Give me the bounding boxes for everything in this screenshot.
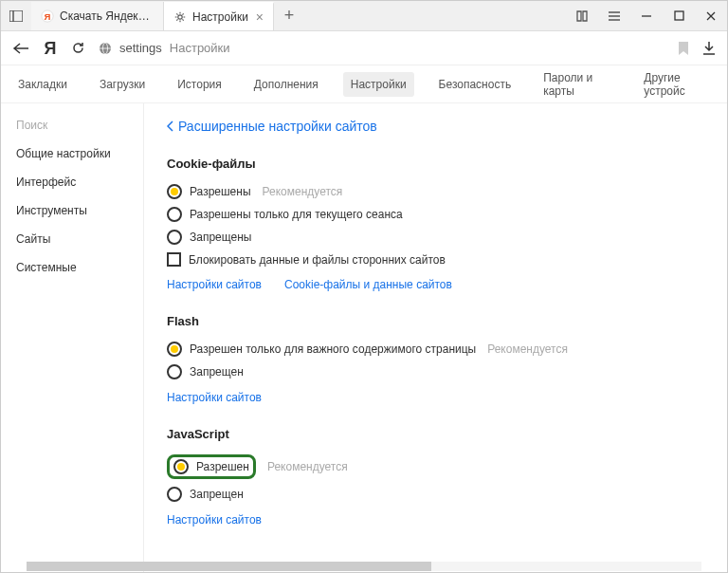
radio-label: Запрещен	[190, 365, 244, 379]
highlight-box: Разрешен	[167, 454, 256, 479]
svg-rect-9	[675, 11, 683, 20]
flash-blocked-row[interactable]: Запрещен	[167, 360, 704, 383]
svg-point-4	[178, 14, 182, 18]
section-title: Cookie-файлы	[167, 157, 704, 171]
maximize-button[interactable]	[663, 1, 695, 31]
chevron-left-icon	[167, 120, 174, 132]
sidebar-tools[interactable]: Инструменты	[1, 196, 143, 225]
radio-icon	[167, 342, 182, 357]
panel-toggle-icon[interactable]	[1, 1, 31, 31]
tab-yandex-download[interactable]: Я Скачать Яндекс.Браузер д	[31, 2, 164, 30]
cookies-session-row[interactable]: Разрешены только для текущего сеанса	[167, 203, 704, 226]
checkbox-label: Блокировать данные и файлы сторонних сай…	[189, 253, 446, 267]
svg-rect-0	[9, 10, 23, 22]
section-cookies: Cookie-файлы Разрешены Рекомендуется Раз…	[167, 157, 704, 291]
radio-label: Запрещены	[190, 231, 251, 244]
flash-allowed-row[interactable]: Разрешен только для важного содержимого …	[167, 338, 704, 360]
sidebar-interface[interactable]: Интерфейс	[1, 168, 143, 196]
svg-text:Я: Я	[45, 39, 57, 58]
horizontal-scrollbar[interactable]	[27, 562, 701, 571]
radio-label: Запрещен	[190, 488, 244, 501]
globe-icon	[99, 42, 112, 55]
titlebar: Я Скачать Яндекс.Браузер д Настройки × +	[1, 1, 727, 31]
new-tab-button[interactable]: +	[274, 6, 304, 26]
svg-text:Я: Я	[45, 10, 51, 21]
hint-text: Рекомендуется	[267, 460, 348, 473]
address-field[interactable]: settings Настройки	[99, 41, 664, 55]
downloads-icon[interactable]	[702, 41, 716, 56]
top-nav: Закладки Загрузки История Дополнения Нас…	[1, 65, 727, 103]
main-panel: Расширенные настройки сайтов Cookie-файл…	[143, 103, 727, 572]
back-link-label: Расширенные настройки сайтов	[178, 119, 377, 134]
gear-icon	[173, 10, 187, 24]
address-bar: Я settings Настройки	[1, 31, 727, 65]
nav-settings[interactable]: Настройки	[343, 72, 414, 97]
radio-icon	[173, 459, 189, 474]
nav-addons[interactable]: Дополнения	[246, 72, 326, 97]
tab-title: Скачать Яндекс.Браузер д	[60, 9, 154, 23]
sidebar-sites[interactable]: Сайты	[1, 225, 143, 253]
radio-label: Разрешен только для важного содержимого …	[190, 342, 476, 356]
nav-downloads[interactable]: Загрузки	[92, 72, 153, 97]
section-title: JavaScript	[167, 427, 704, 441]
sidebar-search[interactable]: Поиск	[1, 111, 143, 139]
site-settings-link[interactable]: Настройки сайтов	[167, 278, 262, 291]
address-page: Настройки	[170, 41, 230, 55]
address-protocol: settings	[119, 41, 162, 55]
radio-icon	[167, 184, 182, 199]
checkbox-icon	[167, 252, 181, 267]
close-icon[interactable]: ×	[256, 9, 264, 25]
radio-icon	[167, 207, 182, 222]
hint-text: Рекомендуется	[487, 342, 568, 356]
reload-button[interactable]	[71, 41, 85, 55]
radio-icon	[167, 487, 182, 502]
js-allowed-row[interactable]: Разрешен Рекомендуется	[167, 451, 704, 483]
radio-icon	[167, 230, 182, 245]
section-title: Flash	[167, 314, 704, 328]
back-button[interactable]	[12, 42, 29, 55]
sidebar-system[interactable]: Системные	[1, 253, 143, 282]
bookmark-icon[interactable]	[678, 41, 689, 56]
hint-text: Рекомендуется	[263, 185, 343, 198]
sidebar-general[interactable]: Общие настройки	[1, 139, 143, 168]
section-javascript: JavaScript Разрешен Рекомендуется Запрещ…	[167, 427, 704, 527]
close-button[interactable]	[695, 1, 727, 31]
js-blocked-row[interactable]: Запрещен	[167, 483, 704, 506]
cookies-allowed-row[interactable]: Разрешены Рекомендуется	[167, 180, 704, 203]
back-link[interactable]: Расширенные настройки сайтов	[167, 119, 704, 134]
nav-bookmarks[interactable]: Закладки	[10, 72, 75, 97]
cookies-thirdparty-row[interactable]: Блокировать данные и файлы сторонних сай…	[167, 249, 704, 270]
tab-title: Настройки	[192, 10, 248, 24]
cookies-blocked-row[interactable]: Запрещены	[167, 226, 704, 249]
cookie-data-link[interactable]: Cookie-файлы и данные сайтов	[284, 278, 452, 291]
nav-other[interactable]: Другие устройс	[636, 65, 718, 103]
menu-icon[interactable]	[598, 1, 630, 31]
yandex-y-icon: Я	[41, 9, 54, 23]
nav-passwords[interactable]: Пароли и карты	[536, 65, 619, 103]
radio-label: Разрешены только для текущего сеанса	[190, 208, 403, 221]
nav-security[interactable]: Безопасность	[431, 72, 519, 97]
site-settings-link[interactable]: Настройки сайтов	[167, 391, 262, 404]
site-settings-link[interactable]: Настройки сайтов	[167, 513, 262, 527]
sidebar: Поиск Общие настройки Интерфейс Инструме…	[1, 103, 143, 572]
section-flash: Flash Разрешен только для важного содерж…	[167, 314, 704, 404]
reader-icon[interactable]	[566, 1, 598, 31]
yandex-logo-icon[interactable]: Я	[43, 39, 58, 58]
tab-settings[interactable]: Настройки ×	[164, 2, 274, 30]
minimize-button[interactable]	[630, 1, 663, 31]
radio-label: Разрешен	[196, 460, 249, 473]
radio-label: Разрешены	[190, 185, 251, 198]
radio-icon	[167, 364, 182, 379]
nav-history[interactable]: История	[170, 72, 229, 97]
